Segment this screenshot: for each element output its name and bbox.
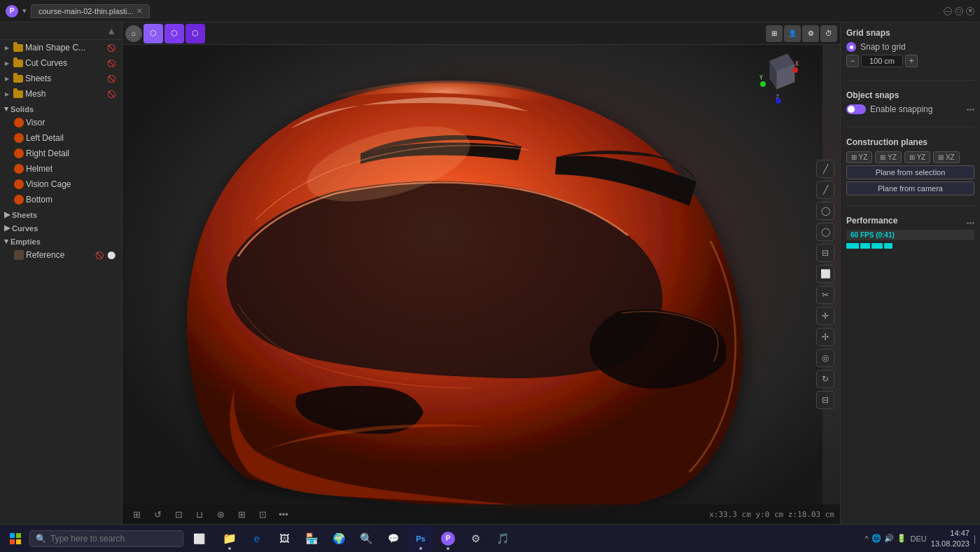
tree-item-reference[interactable]: Reference 🚫 ⚪	[0, 247, 122, 263]
cp-yz3-button[interactable]: ⊞ YZ	[904, 151, 930, 163]
taskbar-app-plasticity[interactable]: P	[435, 526, 461, 551]
cp-xz-button[interactable]: ⊞ XZ	[933, 151, 960, 163]
taskbar-app-edge[interactable]: e	[244, 526, 270, 551]
tree-item-mesh[interactable]: ▶ Mesh 🚫	[0, 86, 122, 102]
visibility-icon[interactable]: 🚫	[106, 89, 116, 99]
volume-icon[interactable]: 🔊	[884, 534, 894, 543]
line-tool-button-2[interactable]: ╱	[816, 181, 834, 199]
visibility-icon[interactable]: 🚫	[106, 58, 116, 68]
title-tabs: course-main-02-thin.plasti... ✕	[31, 4, 150, 18]
nav-cube[interactable]: Y X Z	[756, 50, 802, 109]
empties-section[interactable]: ▾ Empties	[0, 234, 122, 247]
taskbar-app-chrome[interactable]: 🌍	[326, 526, 351, 551]
oval-tool-button[interactable]: ◯	[816, 223, 834, 241]
circle-tool-button[interactable]: ◯	[816, 202, 834, 220]
snap-value-display[interactable]: 100 cm	[861, 55, 903, 67]
circle2-tool-button[interactable]: ◎	[816, 349, 834, 367]
taskbar-app-ps[interactable]: Ps	[408, 526, 433, 551]
ruler-tool-button[interactable]: ✢	[816, 328, 834, 346]
cylinder-tool-button[interactable]: ⊟	[816, 244, 834, 262]
lock-icon[interactable]: ⚪	[106, 250, 116, 260]
edge-icon: e	[254, 532, 260, 544]
box-tool-button[interactable]: ⬜	[816, 265, 834, 283]
undo-button[interactable]: ↺	[149, 506, 166, 522]
tree-label: Reference	[26, 250, 92, 260]
grid-view-button[interactable]: ⊞	[766, 25, 783, 42]
title-dropdown[interactable]: ▾	[22, 6, 27, 15]
battery-icon[interactable]: 🔋	[897, 534, 906, 543]
taskbar-app-store[interactable]: 🏪	[299, 526, 324, 551]
tab-close-icon[interactable]: ✕	[136, 7, 142, 15]
3d-viewport[interactable]: Y X Z ╱ ╱ ◯ ◯ ⊟ ⬜ ✂ ✛ ✢ ◎	[122, 45, 840, 524]
tree-item-sheets[interactable]: ▶ Sheets 🚫	[0, 71, 122, 86]
tree-item-cut-curves[interactable]: ▶ Cut Curves 🚫	[0, 55, 122, 71]
snap-to-grid-radio[interactable]	[846, 42, 856, 52]
home-button[interactable]: ⌂	[125, 25, 142, 42]
tree-item-vision-cage[interactable]: Vision Cage	[0, 177, 122, 192]
photos-icon: 🖼	[279, 532, 290, 544]
sidebar-collapse-icon[interactable]: ▲	[106, 25, 116, 36]
database-tool-button[interactable]: ⊟	[816, 391, 834, 409]
search-input[interactable]	[50, 534, 177, 544]
snap-to-grid-row: Snap to grid	[846, 42, 974, 52]
solids-section[interactable]: ▾ Solids	[0, 102, 122, 115]
tree-item-visor[interactable]: Visor	[0, 115, 122, 130]
person-button[interactable]: 👤	[784, 25, 801, 42]
taskbar-app-search2[interactable]: 🔍	[354, 526, 379, 551]
scissors-tool-button[interactable]: ✂	[816, 286, 834, 304]
title-tab-active[interactable]: course-main-02-thin.plasti... ✕	[31, 4, 150, 18]
minimize-button[interactable]: —	[944, 7, 952, 15]
close-button[interactable]: ✕	[966, 7, 974, 15]
tree-item-left-detail[interactable]: Left Detail	[0, 130, 122, 146]
snap-increment-button[interactable]: +	[905, 55, 918, 67]
taskbar-search-bar[interactable]: 🔍	[29, 530, 183, 547]
settings-button[interactable]: ⚙	[802, 25, 819, 42]
snap-button[interactable]: ⊔	[191, 506, 208, 522]
taskbar-app-file-explorer[interactable]: 📁	[217, 526, 242, 551]
taskbar-app-settings[interactable]: ⚙	[463, 526, 488, 551]
tool-button-3[interactable]: ⬡	[186, 24, 205, 43]
visibility-icon[interactable]: 🚫	[106, 74, 116, 83]
taskbar-app-slack[interactable]: 💬	[381, 526, 406, 551]
transform-button[interactable]: ⊡	[254, 506, 271, 522]
cp-yz2-button[interactable]: ⊞ YZ	[875, 151, 901, 163]
start-button[interactable]	[4, 527, 27, 550]
cp-yz-button[interactable]: ⊞ YZ	[846, 151, 872, 163]
tree-item-bottom[interactable]: Bottom	[0, 192, 122, 207]
network-icon[interactable]: 🌐	[872, 534, 881, 543]
visibility-icon[interactable]: 🚫	[94, 250, 104, 260]
performance-more-icon[interactable]: •••	[966, 219, 974, 227]
measure-button[interactable]: ⊛	[212, 506, 229, 522]
rotate-tool-button[interactable]: ↻	[816, 370, 834, 388]
taskbar-app-media[interactable]: 🎵	[490, 526, 515, 551]
cross-tool-button[interactable]: ✛	[816, 307, 834, 325]
visibility-icon[interactable]: 🚫	[106, 43, 116, 53]
tray-arrow-icon[interactable]: ^	[864, 534, 868, 543]
taskbar-task-view[interactable]: ⬜	[186, 526, 211, 551]
move-tool-button[interactable]: ⊞	[128, 506, 145, 522]
tool-button-1[interactable]: ⬡	[144, 24, 163, 43]
taskbar-clock[interactable]: 14:47 13.08.2023	[931, 528, 969, 548]
section-chevron: ▶	[4, 223, 10, 233]
plane-from-selection-button[interactable]: Plane from selection	[846, 165, 974, 179]
snap-decrement-button[interactable]: −	[846, 55, 859, 67]
plane-from-camera-button[interactable]: Plane from camera	[846, 181, 974, 195]
line-tool-button[interactable]: ╱	[816, 160, 834, 178]
tree-item-right-detail[interactable]: Right Detail	[0, 146, 122, 161]
grid-button[interactable]: ⊞	[233, 506, 250, 522]
sheets2-section[interactable]: ▶ Sheets	[0, 207, 122, 221]
show-desktop-button[interactable]: |	[974, 534, 976, 544]
curves-section[interactable]: ▶ Curves	[0, 221, 122, 234]
taskbar-app-photos[interactable]: 🖼	[272, 526, 297, 551]
select-button[interactable]: ⊡	[170, 506, 187, 522]
tree-item-helmet[interactable]: Helmet	[0, 161, 122, 177]
enable-snapping-toggle[interactable]	[846, 104, 866, 114]
clock-button[interactable]: ⏱	[820, 25, 837, 42]
maximize-button[interactable]: □	[955, 7, 963, 15]
snapping-options-icon[interactable]: •••	[966, 105, 974, 113]
file-explorer-icon: 📁	[223, 532, 237, 545]
more-button[interactable]: •••	[275, 506, 292, 522]
tree-item-main-shape[interactable]: ▶ Main Shape C... 🚫	[0, 40, 122, 55]
section-chevron: ▶	[4, 210, 10, 219]
tool-button-2[interactable]: ⬡	[164, 24, 184, 43]
